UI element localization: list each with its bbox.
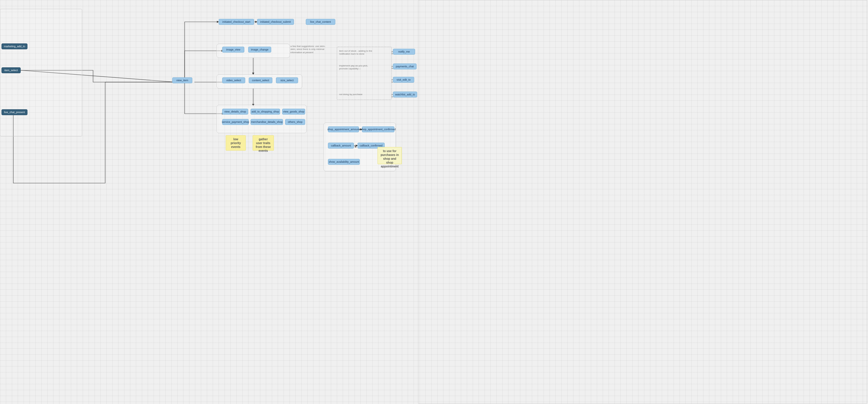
node-notify-me[interactable]: notify_me: [393, 49, 415, 55]
right-large-box: [418, 0, 867, 404]
node-show-availability-amount[interactable]: show_availability_amount: [328, 159, 360, 165]
node-payments-chat[interactable]: payments_chat: [393, 63, 416, 69]
node-service-payment-shop[interactable]: service_payment_shop: [222, 119, 249, 125]
node-image-change[interactable]: image_change: [248, 46, 271, 53]
annotation-4: not doing by purchase: [339, 93, 373, 96]
node-image-view[interactable]: image_view: [222, 46, 244, 53]
node-initiated-checkout-submit[interactable]: initiated_checkout_submit: [257, 19, 294, 25]
node-add-to-shopping-shop[interactable]: add_to_shopping_shop: [251, 109, 280, 115]
node-merchandise-details-shop[interactable]: merchandise_details_shop: [251, 119, 283, 125]
diagram-canvas: marketing_add_to item_select live_chat_p…: [0, 0, 868, 404]
sticky-low-priority: low priority events: [226, 135, 246, 151]
sticky-shop-appointment-note: to use for purchases in shop and shop ap…: [378, 147, 402, 164]
node-live-chat-content[interactable]: live_chat_content: [306, 19, 335, 25]
node-callback-amount[interactable]: callback_amount: [328, 143, 354, 149]
node-initiated-checkout-start[interactable]: initiated_checkout_start: [219, 19, 254, 25]
node-shop-appointment-amount[interactable]: shop_appointment_amount: [328, 126, 359, 132]
annotation-1: a few that suggestions: use skim-skim, s…: [290, 45, 326, 54]
node-watchlist-add-to[interactable]: watchlist_add_to: [393, 92, 417, 97]
annotation-3: implement pay-as-you-pick, promote capab…: [339, 64, 373, 70]
node-view-details-shop[interactable]: view_details_shop: [222, 109, 248, 115]
left-group-box: [0, 9, 82, 136]
annotation-2: item out of stock - adding to the notifi…: [339, 50, 373, 56]
node-content-select[interactable]: content_select: [249, 77, 272, 83]
sticky-gather-traits: gather user traits from these events: [253, 135, 274, 151]
node-view-goods-shop[interactable]: view_goods_shop: [282, 109, 305, 115]
node-size-select[interactable]: size_select: [276, 77, 298, 83]
node-others-shop[interactable]: others_shop: [285, 119, 305, 125]
node-visit-edit-to[interactable]: visit_edit_to: [393, 77, 414, 83]
node-view-item[interactable]: view_item: [172, 77, 192, 83]
node-shop-appointment-confirmed[interactable]: shop_appointment_confirmed: [362, 126, 395, 132]
node-video-select[interactable]: video_select: [222, 77, 245, 83]
